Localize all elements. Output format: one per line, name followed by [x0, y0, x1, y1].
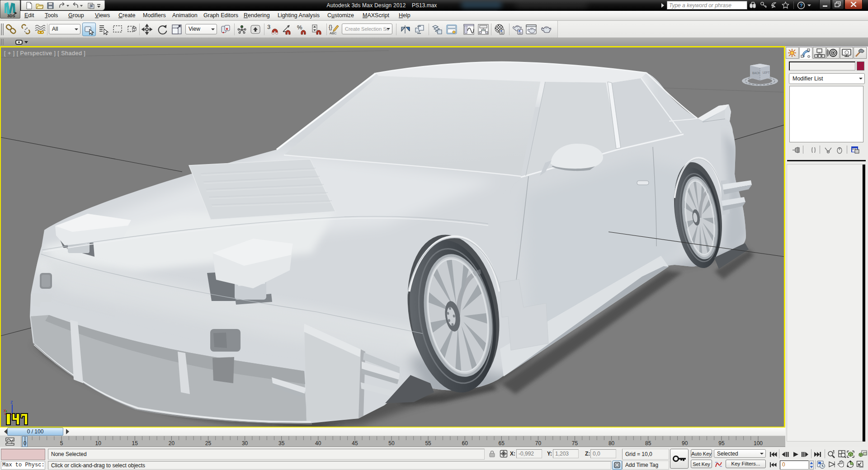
svg-text:40: 40: [315, 440, 321, 446]
svg-text:ABC: ABC: [330, 31, 337, 35]
svg-text:5: 5: [60, 440, 63, 446]
svg-text:?: ?: [800, 3, 803, 8]
svg-text:80: 80: [609, 440, 615, 446]
svg-text:10: 10: [95, 440, 102, 446]
svg-text:15: 15: [132, 440, 138, 446]
svg-text:55: 55: [425, 440, 431, 446]
svg-text:%: %: [297, 24, 302, 31]
svg-text:x: x: [4, 408, 6, 413]
svg-text:LEFT: LEFT: [763, 71, 770, 74]
svg-text:BACK: BACK: [752, 71, 760, 75]
svg-text:z: z: [10, 399, 13, 404]
svg-text:20: 20: [169, 440, 175, 446]
svg-text:45: 45: [352, 440, 358, 446]
svg-text:50: 50: [388, 440, 395, 446]
svg-text:3DS: 3DS: [7, 14, 15, 18]
svg-text:85: 85: [645, 440, 651, 446]
svg-text:{}: {}: [329, 24, 332, 30]
svg-text:3: 3: [267, 24, 270, 30]
svg-text:95: 95: [718, 440, 725, 446]
svg-text:35: 35: [278, 440, 285, 446]
svg-text:65: 65: [499, 440, 505, 446]
svg-text:90: 90: [682, 440, 688, 446]
svg-text:[ + ] [ Perspective ] [ Shaded: [ + ] [ Perspective ] [ Shaded ]: [4, 50, 85, 56]
svg-text:75: 75: [572, 440, 578, 446]
svg-text:70: 70: [535, 440, 542, 446]
svg-text:60: 60: [462, 440, 468, 446]
svg-text:30: 30: [242, 440, 248, 446]
svg-text:0: 0: [24, 440, 27, 446]
svg-text:100: 100: [754, 440, 763, 446]
svg-text:25: 25: [205, 440, 212, 446]
